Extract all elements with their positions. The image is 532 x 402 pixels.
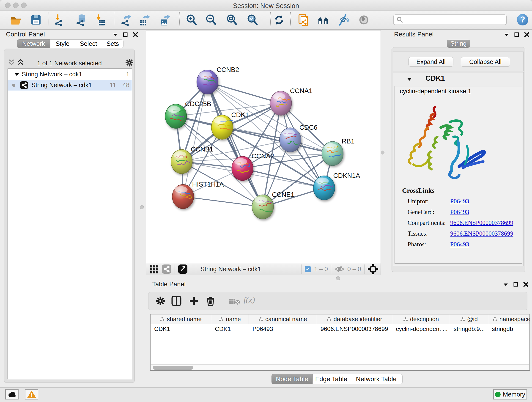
column-header-name[interactable]: name — [211, 314, 249, 324]
zoom-in-button[interactable] — [185, 13, 198, 26]
network-node-CDKN1A[interactable]: CDKN1A — [313, 172, 360, 200]
export-image-button[interactable] — [159, 13, 172, 26]
gene-name: CDK1 — [425, 74, 445, 83]
main-toolbar: ? — [0, 11, 532, 30]
network-node-HIST1H1A[interactable]: HIST1H1A — [172, 181, 224, 209]
crosslink-link[interactable]: 9606.ENSP00000378699 — [450, 230, 513, 237]
right-splitter-handle[interactable] — [380, 151, 385, 154]
network-tab-panel: 1 of 1 Network selected String Network –… — [4, 49, 135, 383]
column-header-database-identifier[interactable]: database identifier — [317, 314, 392, 324]
collapse-all-button[interactable]: Collapse All — [461, 57, 510, 67]
hidden-eye-slash-icon[interactable] — [335, 265, 345, 273]
string-home-button[interactable] — [317, 13, 329, 26]
network-node-CDC25B[interactable]: CDC25B — [165, 100, 211, 128]
scrollbar-thumb[interactable] — [153, 366, 193, 370]
tree-expander-icon[interactable] — [14, 73, 19, 76]
crosslink-row: GeneCard:P06493 — [408, 207, 515, 217]
maximize-panel-icon[interactable] — [514, 32, 519, 37]
node-label-CCNB2: CCNB2 — [216, 66, 239, 73]
column-header-@id[interactable]: @id — [450, 314, 488, 324]
import-table-button[interactable] — [94, 13, 107, 26]
table-panel-header-buttons — [503, 282, 528, 287]
column-header-canonical-name[interactable]: canonical name — [249, 314, 317, 324]
crosslink-row: Compartments:9606.ENSP00000378699 — [408, 217, 515, 228]
gene-card-collapse-icon[interactable] — [407, 77, 412, 81]
add-column-icon[interactable] — [189, 296, 198, 306]
memory-status-button[interactable]: Memory — [493, 389, 527, 400]
warnings-status-button[interactable] — [25, 389, 38, 400]
maximize-panel-icon[interactable] — [513, 282, 518, 287]
results-tab-string[interactable]: String — [447, 40, 470, 48]
float-panel-icon[interactable] — [503, 283, 508, 286]
table-cell: stringdb — [488, 324, 530, 334]
toolbar-separator — [179, 12, 180, 27]
network-node-CCNB1[interactable]: CCNB1 — [171, 146, 213, 174]
network-node-RB1[interactable]: RB1 — [322, 138, 355, 166]
network-row-selected[interactable]: String Network – cdk1 11 48 — [8, 80, 132, 90]
formula-builder-icon[interactable]: f(x) — [244, 295, 255, 305]
string-import-document-button[interactable] — [297, 13, 310, 26]
cloud-status-button[interactable] — [5, 389, 19, 400]
network-canvas[interactable]: CCNB2CCNA1CDC25BCDK1CDC6RB1CCNB1CCNA2CDK… — [146, 30, 381, 263]
table-tab-edge-table[interactable]: Edge Table — [312, 374, 350, 384]
delete-table-icon[interactable] — [229, 297, 241, 306]
zoom-out-button[interactable] — [205, 13, 217, 26]
network-collection-row[interactable]: String Network – cdk1 1 — [8, 69, 132, 80]
table-row[interactable]: CDK1CDK1P064939606.ENSP00000378699cyclin… — [151, 324, 530, 334]
zoom-fit-button[interactable] — [225, 13, 238, 26]
network-node-CDC6[interactable]: CDC6 — [279, 124, 317, 152]
network-share-icon[interactable] — [162, 264, 171, 274]
save-session-button[interactable] — [30, 13, 42, 26]
hide-glasses-button[interactable] — [336, 13, 349, 26]
column-header-shared-name[interactable]: shared name — [151, 314, 211, 324]
control-tab-style[interactable]: Style — [50, 39, 75, 48]
column-header-namespace[interactable]: namespace — [488, 314, 530, 324]
network-edge-count: 48 — [123, 82, 129, 89]
import-database-button[interactable] — [75, 13, 88, 26]
close-panel-icon[interactable] — [133, 32, 138, 37]
table-settings-gear-icon[interactable] — [156, 296, 165, 306]
close-panel-icon[interactable] — [524, 32, 529, 37]
export-network-button[interactable] — [120, 13, 133, 26]
zoom-selected-button[interactable] — [246, 13, 259, 26]
close-panel-icon[interactable] — [523, 282, 528, 287]
bottom-splitter-handle[interactable] — [336, 276, 340, 280]
maximize-panel-icon[interactable] — [123, 32, 128, 37]
crosslink-link[interactable]: P06493 — [450, 209, 469, 216]
fit-selected-crosshair-icon[interactable] — [368, 264, 378, 274]
control-tab-network[interactable]: Network — [17, 39, 50, 48]
network-edge-HIST1H1A-CCNE1 — [183, 197, 263, 207]
birdseye-view-icon[interactable] — [178, 264, 188, 274]
grid-mode-icon[interactable] — [149, 264, 158, 274]
search-input[interactable] — [403, 16, 503, 24]
crosslink-link[interactable]: P06493 — [450, 198, 469, 205]
selected-nodes-checkbox[interactable]: ✓ — [305, 266, 311, 272]
expand-all-button[interactable]: Expand All — [409, 57, 453, 67]
control-tab-sets[interactable]: Sets — [102, 39, 123, 48]
import-network-button[interactable] — [53, 13, 66, 26]
table-tab-node-table[interactable]: Node Table — [272, 374, 312, 384]
column-header-description[interactable]: description — [392, 314, 450, 324]
show-columns-icon[interactable] — [171, 296, 181, 306]
crosslink-link[interactable]: P06493 — [450, 241, 469, 248]
eye-button[interactable] — [357, 13, 370, 26]
help-button[interactable]: ? — [517, 14, 528, 26]
network-options-gear-icon[interactable] — [125, 58, 133, 67]
toolbar-divider — [301, 264, 302, 274]
float-panel-icon[interactable] — [504, 33, 509, 36]
toolbar-divider — [364, 264, 365, 274]
refresh-button[interactable] — [273, 13, 285, 26]
network-node-CCNA1[interactable]: CCNA1 — [270, 87, 312, 115]
node-label-RB1: RB1 — [342, 138, 355, 145]
network-node-CCNE1[interactable]: CCNE1 — [252, 191, 294, 219]
float-panel-icon[interactable] — [113, 33, 118, 36]
open-session-button[interactable] — [10, 13, 22, 26]
left-splitter-handle[interactable] — [140, 205, 144, 209]
crosslink-link[interactable]: 9606.ENSP00000378699 — [450, 219, 513, 226]
table-tab-network-table[interactable]: Network Table — [350, 374, 403, 384]
export-table-button[interactable] — [138, 13, 151, 26]
node-label-CDKN1A: CDKN1A — [333, 172, 360, 179]
string-network-view[interactable]: CCNB2CCNA1CDC25BCDK1CDC6RB1CCNB1CCNA2CDK… — [146, 31, 380, 263]
control-tab-select[interactable]: Select — [75, 39, 102, 48]
delete-trash-icon[interactable] — [206, 296, 215, 306]
